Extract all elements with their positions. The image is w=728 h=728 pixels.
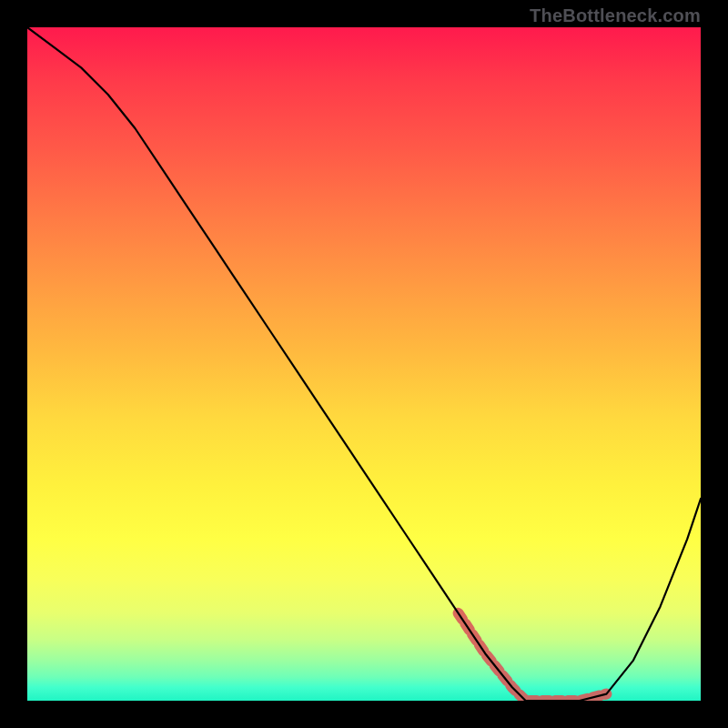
plot-area [27, 27, 701, 701]
chart-frame: TheBottleneck.com [0, 0, 728, 728]
bottleneck-curve-svg [27, 27, 701, 701]
valley-marker [459, 613, 607, 701]
bottleneck-curve [27, 27, 701, 701]
watermark-text: TheBottleneck.com [530, 5, 701, 26]
